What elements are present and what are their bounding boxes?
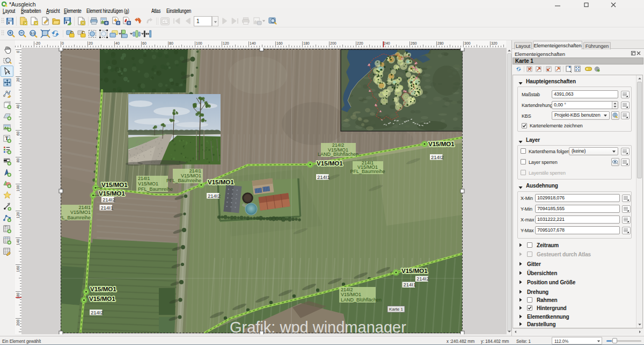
svg-text:PFL_Baumreihe: PFL_Baumreihe — [350, 169, 385, 174]
svg-text:120: 120 — [16, 212, 20, 218]
svg-text:200: 200 — [16, 319, 20, 326]
svg-text:LAND_Blühflächen: LAND_Blühflächen — [341, 297, 382, 303]
svg-text:60: 60 — [142, 41, 147, 45]
svg-text:240: 240 — [384, 41, 390, 45]
svg-text:214I2: 214I2 — [416, 276, 429, 282]
svg-text:60: 60 — [16, 131, 20, 135]
svg-text:320: 320 — [491, 41, 497, 45]
svg-text:12: 12 — [5, 225, 7, 227]
svg-text:V15/MO1: V15/MO1 — [208, 179, 234, 185]
svg-text:180: 180 — [16, 292, 20, 299]
svg-text:PFL_Baumreihe: PFL_Baumreihe — [138, 186, 173, 192]
svg-text:0: 0 — [62, 41, 64, 45]
svg-text:V15/MO1: V15/MO1 — [90, 286, 116, 292]
svg-text:214I1: 214I1 — [317, 174, 330, 180]
svg-text:80: 80 — [169, 41, 173, 45]
svg-text:300: 300 — [464, 41, 471, 45]
svg-text:220: 220 — [357, 41, 363, 45]
svg-text:100: 100 — [196, 41, 202, 45]
svg-text:140: 140 — [250, 41, 256, 45]
svg-text:260: 260 — [411, 41, 417, 45]
svg-text:200: 200 — [330, 41, 336, 45]
svg-text:140: 140 — [16, 239, 20, 245]
svg-text:V15/MO1: V15/MO1 — [101, 182, 128, 188]
svg-text:280: 280 — [437, 41, 444, 45]
svg-text:214I2: 214I2 — [341, 287, 353, 292]
svg-text:V15/MO1: V15/MO1 — [428, 141, 455, 147]
svg-text:PFL_Baumreihe: PFL_Baumreihe — [166, 178, 201, 183]
svg-text:V15/MO1: V15/MO1 — [138, 181, 158, 186]
svg-text:V15/MO1: V15/MO1 — [99, 190, 125, 197]
svg-text:V15/MO1: V15/MO1 — [317, 160, 343, 167]
svg-text:-20: -20 — [35, 41, 40, 45]
svg-text:214I1: 214I1 — [138, 176, 150, 181]
svg-text:20: 20 — [89, 41, 93, 45]
svg-text:40: 40 — [115, 41, 120, 45]
svg-text:214I1: 214I1 — [101, 205, 114, 211]
svg-text:V15/MO1: V15/MO1 — [341, 292, 361, 297]
svg-text:Grafik: wpd windmanager: Grafik: wpd windmanager — [230, 319, 406, 334]
svg-text:V15/MO1: V15/MO1 — [70, 210, 91, 215]
svg-text:20: 20 — [16, 77, 20, 82]
svg-text:V15/MO1: V15/MO1 — [401, 268, 428, 274]
svg-text:160: 160 — [16, 265, 20, 272]
svg-text:0: 0 — [16, 51, 20, 53]
svg-text:160: 160 — [276, 41, 283, 45]
svg-text:180: 180 — [303, 41, 310, 45]
svg-text:100: 100 — [16, 185, 20, 191]
svg-text:LAND_Blühflächen: LAND_Blühflächen — [318, 152, 358, 157]
svg-text:214I2: 214I2 — [91, 310, 104, 315]
svg-text:1:1: 1:1 — [31, 31, 35, 35]
svg-text:214I1: 214I1 — [78, 205, 91, 210]
svg-text:40: 40 — [16, 104, 20, 109]
svg-text:214I2: 214I2 — [208, 193, 221, 199]
svg-text:214I2: 214I2 — [103, 197, 115, 203]
svg-text:Karte 1: Karte 1 — [389, 307, 403, 312]
svg-text:214I2: 214I2 — [431, 154, 444, 160]
svg-text:214I1: 214I1 — [404, 282, 416, 288]
svg-text:V15/MO1: V15/MO1 — [89, 296, 115, 302]
svg-text:120: 120 — [223, 41, 229, 45]
svg-text:80: 80 — [16, 158, 20, 162]
